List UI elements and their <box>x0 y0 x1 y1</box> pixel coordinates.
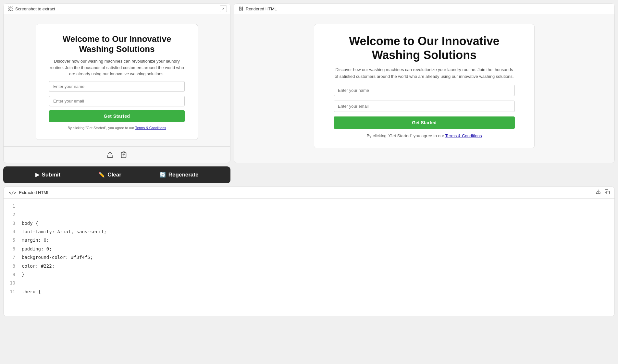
preview-title: Welcome to Our Innovative Washing Soluti… <box>49 34 185 54</box>
code-line: 8 color: #222; <box>4 262 614 270</box>
line-number: 7 <box>9 254 15 261</box>
extracted-html-section: </> Extracted HTML 1 <box>3 187 615 316</box>
line-number: 6 <box>9 245 15 252</box>
line-content: .hero { <box>22 288 41 295</box>
svg-rect-1 <box>123 152 125 153</box>
top-row: 🖼 Screenshot to extract × Welcome to Our… <box>3 3 615 163</box>
right-panel-tab: 🖼 Rendered HTML <box>234 4 614 14</box>
preview-terms: By clicking "Get Started", you agree to … <box>68 126 166 130</box>
right-panel: 🖼 Rendered HTML Welcome to Our Innovativ… <box>234 3 615 163</box>
line-number: 5 <box>9 237 15 244</box>
right-panel-content: Welcome to Our Innovative Washing Soluti… <box>234 14 614 163</box>
extracted-tab: </> Extracted HTML <box>4 187 614 199</box>
rendered-terms: By clicking "Get Started" you agree to o… <box>366 133 482 138</box>
preview-name-input[interactable] <box>49 81 185 92</box>
upload-button[interactable] <box>106 151 114 158</box>
svg-rect-3 <box>607 191 610 194</box>
right-panel-tab-label: Rendered HTML <box>246 6 277 11</box>
code-line: 2</span> <box>4 210 614 219</box>
rendered-tab-icon: 🖼 <box>239 6 243 11</box>
preview-card: Welcome to Our Innovative Washing Soluti… <box>36 24 198 140</box>
line-content: body { <box>22 220 38 227</box>
close-button[interactable]: × <box>220 5 227 12</box>
regenerate-button[interactable]: 🔄 Regenerate <box>159 172 199 178</box>
action-bar: ▶ Submit ✏️ Clear 🔄 Regenerate <box>3 166 230 183</box>
code-line: 4 font-family: Arial, sans-serif; <box>4 227 614 236</box>
left-panel-tab-label: Screenshot to extract <box>15 6 55 11</box>
line-number: 2 <box>9 211 15 218</box>
extracted-tab-label: Extracted HTML <box>19 190 49 195</box>
action-row: ▶ Submit ✏️ Clear 🔄 Regenerate <box>3 166 615 183</box>
rendered-terms-link[interactable]: Terms & Conditions <box>445 133 482 138</box>
rendered-name-input[interactable] <box>334 85 515 96</box>
line-content: font-family: Arial, sans-serif; <box>22 228 106 235</box>
code-line: 6 padding: 0; <box>4 245 614 253</box>
left-panel-tab: 🖼 Screenshot to extract × <box>4 4 230 14</box>
line-content: background-color: #f3f4f5; <box>22 254 93 261</box>
line-number: 11 <box>9 288 15 295</box>
line-number: 8 <box>9 262 15 270</box>
rendered-subtitle: Discover how our washing machines can re… <box>334 67 515 80</box>
line-number: 3 <box>9 220 15 227</box>
clear-icon: ✏️ <box>98 172 105 178</box>
left-panel: 🖼 Screenshot to extract × Welcome to Our… <box>3 3 230 163</box>
line-content: color: #222; <box>22 262 55 270</box>
rendered-get-started-button[interactable]: Get Started <box>334 116 515 129</box>
line-number: 1 <box>9 202 15 210</box>
code-line: 10 <box>4 279 614 287</box>
left-panel-content: Welcome to Our Innovative Washing Soluti… <box>4 14 230 146</box>
main-container: 🖼 Screenshot to extract × Welcome to Our… <box>0 0 618 320</box>
regenerate-icon: 🔄 <box>159 172 166 178</box>
line-content: padding: 0; <box>22 245 52 252</box>
preview-subtitle: Discover how our washing machines can re… <box>49 58 185 77</box>
line-number: 9 <box>9 271 15 278</box>
line-content: margin: 0; <box>22 237 49 244</box>
line-content: } <box>22 271 24 278</box>
code-area: 12</span>3body {4 font-family: Arial, sa… <box>4 199 614 299</box>
copy-button[interactable] <box>605 189 610 196</box>
line-number: 4 <box>9 228 15 235</box>
code-line: 3body { <box>4 219 614 227</box>
submit-button[interactable]: ▶ Submit <box>35 172 61 178</box>
rendered-email-input[interactable] <box>334 101 515 112</box>
left-panel-actions <box>4 146 230 163</box>
line-number: 10 <box>9 279 15 286</box>
preview-email-input[interactable] <box>49 96 185 106</box>
rendered-card: Welcome to Our Innovative Washing Soluti… <box>314 24 535 148</box>
clear-button[interactable]: ✏️ Clear <box>98 172 121 178</box>
code-line: 5 margin: 0; <box>4 236 614 244</box>
download-button[interactable] <box>596 189 601 196</box>
extracted-actions <box>596 189 610 196</box>
code-line: 7 background-color: #f3f4f5; <box>4 253 614 261</box>
extracted-tab-icon: </> <box>9 190 16 195</box>
code-line: 11.hero { <box>4 287 614 296</box>
preview-terms-link[interactable]: Terms & Conditions <box>135 126 166 130</box>
clipboard-button[interactable] <box>120 151 127 158</box>
submit-icon: ▶ <box>35 172 39 178</box>
rendered-title: Welcome to Our Innovative Washing Soluti… <box>334 34 515 62</box>
code-line: 9} <box>4 270 614 279</box>
code-line: 1 <box>4 202 614 210</box>
screenshot-tab-icon: 🖼 <box>8 6 13 11</box>
preview-get-started-button[interactable]: Get Started <box>49 110 185 122</box>
